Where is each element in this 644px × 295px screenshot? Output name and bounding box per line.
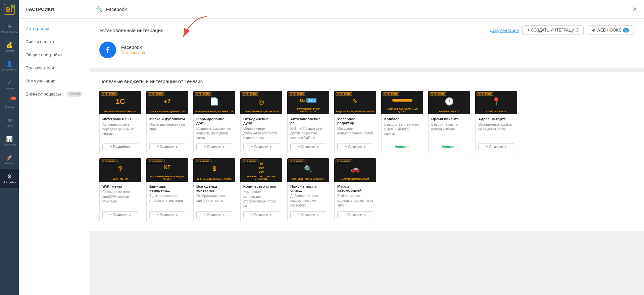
widget-search-body: Поиск в полях-спис... Добавляет в поле-с… [287, 182, 329, 221]
sidebar-item-analytics-label: Аналитика [3, 143, 16, 146]
widget-docs: ® ГЕНЕЗИС 📄 ФОРМИРОВАНИЕ ДОКУМЕНТОВ Форм… [193, 91, 235, 153]
widget-search-banner: ® ГЕНЕЗИС 🔍 ПОИСК В ПОЛЯХ-СПИСКАХ [287, 158, 329, 182]
widget-rows: ® ГЕНЕЗИС 50 100 200 КОЛИЧЕСТВО СТРОК НА… [240, 158, 282, 221]
widget-rows-body: Количество строк Изменение количество от… [240, 182, 282, 221]
widget-auto-body: Автозаполнение ре... ИНН, КПП, адреса и … [287, 114, 329, 153]
bizproc-badge: Sensei [67, 92, 82, 97]
widget-docs-body: Формирование док... Создание документов,… [193, 114, 235, 153]
widget-union-button[interactable]: + Установить [243, 143, 279, 150]
widget-wiki-button[interactable]: + Установить [102, 211, 138, 218]
installed-title: Установленные интеграции [99, 27, 163, 33]
create-integration-button[interactable]: + СОЗДАТЬ ИНТЕГРАЦИЮ [522, 25, 584, 35]
facebook-integration-card[interactable]: Facebook Установлено [99, 42, 634, 58]
webhooks-button[interactable]: ⊕ WEB HOOKS 5 [587, 25, 634, 35]
widget-cars-button[interactable]: + Установить [337, 211, 373, 218]
widget-1c: ® ГЕНЕЗИС 1С ИНТЕГРАЦИЯ amoCRM и 1С Инте… [99, 91, 141, 153]
buyers-icon: 👤 [6, 60, 13, 67]
sidebar-item-buyers-label: Покупатели [2, 68, 16, 71]
tasks-icon: ✓ [6, 79, 13, 86]
sidebar-item-mail-label: Почта [6, 124, 13, 127]
nav-item-communications[interactable]: Коммуникации [19, 74, 89, 87]
widget-mask-button[interactable]: + Установить [149, 143, 185, 150]
section-header: Установленные интеграции Документация + … [99, 25, 634, 35]
widget-union: ® ГЕНЕЗИС ◎ ОБЪЕДИНЕНИЕ ДУБЛИКАТОВ Объед… [240, 91, 282, 153]
widget-map-button[interactable]: + Установить [478, 143, 514, 150]
left-nav: НАСТРОЙКИ Интеграции Счет и оплата Общие… [19, 0, 89, 295]
nav-item-billing[interactable]: Счет и оплата [19, 35, 89, 48]
widget-cars-body: Марки автомобилей Выбора марки, модели и… [334, 182, 376, 221]
content-area: Установленные интеграции Документация + … [89, 19, 644, 295]
widget-auto-button[interactable]: + Установить [290, 143, 326, 150]
facebook-info: Facebook Установлено [121, 45, 145, 55]
facebook-logo [99, 42, 116, 58]
widget-kolbasa-body: Колбаса Вывод ответственного и доп. инф-… [381, 114, 423, 153]
widget-search: ® ГЕНЕЗИС 🔍 ПОИСК В ПОЛЯХ-СПИСКАХ Поиск … [287, 158, 329, 221]
widget-time-body: Время клиента Выводит время и регион кли… [428, 114, 470, 153]
widget-search-button[interactable]: + Установить [290, 211, 326, 218]
widget-map-body: Адрес на карте Отображение адреса на Янд… [475, 114, 517, 153]
widget-rows-button[interactable]: + Установить [243, 211, 279, 218]
sidebar-item-workdesk[interactable]: ⊞ Рабочий стол [0, 19, 19, 38]
sidebar-item-tasks[interactable]: ✓ Задачи [0, 75, 19, 94]
widget-union-body: Объединение дубл... Объединение дубликат… [240, 114, 282, 153]
widget-map: ® ГЕНЕЗИС 📍 АДРЕС НА КАРТЕ Адрес на карт… [475, 91, 517, 153]
widget-mask: ® ГЕНЕЗИС +7 МАСКА НОМЕРА/ ДУБЛИКАТЫ Мас… [146, 91, 188, 153]
widget-mass-button[interactable]: + Установить [337, 143, 373, 150]
app-logo: Bi [0, 0, 19, 19]
search-icon: 🔍 [96, 6, 103, 12]
settings-icon: ⚙ [6, 173, 13, 180]
widgets-title: Полезные виджеты и интеграции от Генезис [99, 78, 634, 84]
widget-1c-body: Интеграция с 1С Автоматизируйте передачу… [99, 114, 141, 153]
widget-units-button[interactable]: + Установить [149, 211, 185, 218]
widget-mask-banner: ® ГЕНЕЗИС +7 МАСКА НОМЕРА/ ДУБЛИКАТЫ [146, 91, 188, 114]
widget-1c-button[interactable]: + Подробнее [102, 143, 138, 150]
doc-link[interactable]: Документация [490, 28, 519, 33]
widget-wiki-banner: ® ГЕНЕЗИС ? WIKI - МЕНЮ [99, 158, 141, 182]
widget-kolbasa-banner: ® ГЕНЕЗИС КОЛБАСА РАСШИРЕННАЯ ДОСКА [381, 91, 423, 114]
widgets-section: Полезные виджеты и интеграции от Генезис… [89, 72, 644, 231]
sidebar-item-tasks-label: Задачи [5, 87, 14, 90]
facebook-status: Установлено [121, 51, 145, 55]
sidebar-item-rocket[interactable]: 🚀 Ракета [0, 150, 19, 169]
widget-mask-body: Маска и дубликаты Маска для телефона и e… [146, 114, 188, 153]
widgets-row2: ® ГЕНЕЗИС ? WIKI - МЕНЮ WiKi-меню Расшир… [99, 158, 634, 221]
widget-alldeals-banner: ® ГЕНЕЗИС $ ДРУГИЕ СДЕЛКИ КОНТАКТОВ [193, 158, 235, 182]
nav-item-users[interactable]: Пользователи [19, 61, 89, 74]
widget-mass: ® ГЕНЕЗИС ✎ РЕДАКТОР ПОЛЕЙ РЕКВИЗИТОВ Ма… [334, 91, 376, 153]
sidebar-item-lists-label: Списки [5, 106, 14, 109]
sidebar-item-mail[interactable]: ✉ Почта [0, 113, 19, 131]
widget-wiki: ® ГЕНЕЗИС ? WIKI - МЕНЮ WiKi-меню Расшир… [99, 158, 141, 221]
workdesk-icon: ⊞ [6, 23, 13, 30]
analytics-icon: 📊 [6, 135, 13, 142]
nav-item-general[interactable]: Общие настройки [19, 48, 89, 61]
widget-alldeals-button[interactable]: + Установить [196, 211, 232, 218]
widget-alldeals-body: Все сделки контактов Отображение всех сд… [193, 182, 235, 221]
sidebar-item-buyers[interactable]: 👤 Покупатели [0, 56, 19, 75]
sidebar-item-deals[interactable]: 💰 Сделки [0, 38, 19, 56]
sidebar-item-lists[interactable]: ≡ Списки 58 [0, 94, 19, 113]
sidebar-item-settings[interactable]: ⚙ Настройки [0, 169, 19, 188]
rocket-icon: 🚀 [6, 154, 13, 161]
widget-docs-banner: ® ГЕНЕЗИС 📄 ФОРМИРОВАНИЕ ДОКУМЕНТОВ [193, 91, 235, 114]
mail-icon: ✉ [6, 117, 13, 123]
search-input[interactable] [106, 7, 629, 12]
sidebar-item-analytics[interactable]: 📊 Аналитика [0, 131, 19, 150]
widget-units-banner: ® ГЕНЕЗИС КГ ЕД. ИЗМЕРЕНИЯ И РАЗРЯДЫ ЧИС… [146, 158, 188, 182]
sidebar-item-deals-label: Сделки [5, 49, 14, 52]
widget-map-banner: ® ГЕНЕЗИС 📍 АДРЕС НА КАРТЕ [475, 91, 517, 114]
sidebar-item-settings-label: Настройки [3, 181, 16, 184]
nav-item-integrations[interactable]: Интеграции [19, 22, 89, 35]
sidebar-item-workdesk-label: Рабочий стол [1, 31, 18, 34]
close-icon[interactable]: ✕ [632, 6, 637, 13]
widget-auto-banner: ® ГЕНЕЗИС DaData АВТОЗАПОЛНЕНИЕ РЕКВИЗИТ… [287, 91, 329, 114]
widget-kolbasa-button: Включен [384, 144, 420, 150]
widget-time-button: Включен [431, 144, 467, 150]
widget-units-body: Единицы измерени... Виджет позволяет ото… [146, 182, 188, 221]
widget-docs-button[interactable]: + Установить [196, 143, 232, 150]
widget-wiki-body: WiKi-меню Расширение меню amoCRM своими … [99, 182, 141, 221]
widget-mass-body: Массовое редактир... Массовое редактиров… [334, 114, 376, 153]
left-nav-items: Интеграции Счет и оплата Общие настройки… [19, 19, 89, 104]
widget-rows-banner: ® ГЕНЕЗИС 50 100 200 КОЛИЧЕСТВО СТРОК НА… [240, 158, 282, 182]
nav-item-bizproc[interactable]: Бизнес-процессы Sensei [19, 87, 89, 101]
widget-mass-banner: ® ГЕНЕЗИС ✎ РЕДАКТОР ПОЛЕЙ РЕКВИЗИТОВ [334, 91, 376, 114]
